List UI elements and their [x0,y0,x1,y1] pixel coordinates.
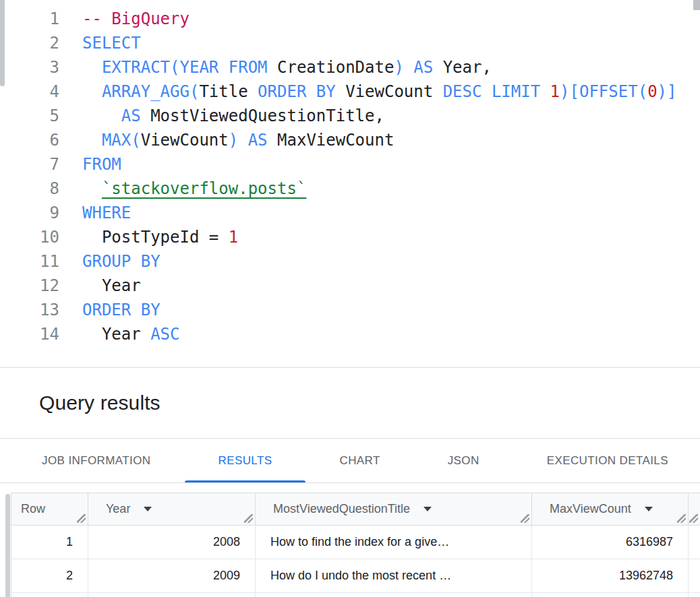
table-row: 22009How do I undo the most recent …1396… [11,559,700,593]
line-number: 1 [0,7,59,31]
code-text: FROM [59,152,121,177]
cell-year: 2009 [88,559,256,592]
code-token: PostTypeId = [82,228,229,247]
code-token: DESC [443,82,482,101]
tab-job-information[interactable]: JOB INFORMATION [8,439,185,482]
code-token: MAX [102,131,131,150]
code-token: GROUP BY [82,252,161,271]
table-body: 12008How to find the index for a give…63… [11,526,700,597]
results-table: RowYearMostViewedQuestionTitleMaxViewCou… [11,493,700,597]
tab-chart[interactable]: CHART [305,439,413,482]
code-token: ( [638,82,647,101]
line-number: 11 [0,249,59,274]
code-text: AS MostViewedQuestionTitle, [59,104,384,128]
code-token: MaxViewCount [268,131,395,150]
column-label: MostViewedQuestionTitle [273,502,410,516]
code-line: 13ORDER BY [0,298,692,322]
column-resize-handle-icon[interactable] [677,514,686,523]
editor-scrollbar-thumb[interactable] [693,0,700,10]
results-vertical-scrollbar[interactable] [5,494,10,597]
code-token [82,82,102,101]
code-token: ) [229,131,238,150]
column-header-year[interactable]: Year [88,493,256,525]
cell-empty [689,559,700,592]
line-number: 9 [0,201,59,225]
code-area[interactable]: 1-- BigQuery2SELECT3 EXTRACT(YEAR FROM C… [0,7,692,346]
code-token [540,82,550,101]
column-resize-handle-icon[interactable] [244,514,253,523]
code-token: ( [189,82,199,101]
tab-json[interactable]: JSON [414,439,513,482]
table-reference-link[interactable]: `stackoverflow.posts` [102,179,306,198]
code-token: ] [667,82,676,101]
code-token: EXTRACT [102,58,170,77]
column-resize-handle-icon[interactable] [77,514,86,523]
sql-editor[interactable]: 1-- BigQuery2SELECT3 EXTRACT(YEAR FROM C… [0,0,700,368]
cell-year [88,593,256,597]
line-number: 7 [0,152,59,177]
code-token: SELECT [82,34,141,53]
code-line: 1-- BigQuery [0,7,692,31]
code-token [82,106,121,125]
code-token: ASC [150,325,179,344]
code-text: ORDER BY [59,298,161,322]
code-token [82,58,102,77]
table-header-row: RowYearMostViewedQuestionTitleMaxViewCou… [11,493,700,526]
code-token: ( [170,58,179,77]
code-token: Year [82,276,141,295]
tab-results[interactable]: RESULTS [185,439,306,482]
line-number: 4 [0,80,59,104]
line-number: 14 [0,322,59,346]
column-menu-arrow-icon[interactable] [645,507,653,511]
code-token: OFFSET [579,82,638,101]
code-line: 6 MAX(ViewCount) AS MaxViewCount [0,128,692,152]
code-token: ORDER BY [82,301,161,319]
code-token: FROM [82,155,121,174]
line-number: 10 [0,225,59,249]
line-number: 12 [0,274,59,298]
code-token [404,58,413,77]
code-text: MAX(ViewCount) AS MaxViewCount [59,128,394,152]
column-menu-arrow-icon[interactable] [424,507,432,511]
code-line: 12 Year [0,274,692,298]
line-number: 2 [0,31,59,55]
code-line: 5 AS MostViewedQuestionTitle, [0,104,692,128]
column-resize-handle-icon[interactable] [521,514,529,523]
code-token: ( [131,131,140,150]
line-number: 8 [0,177,59,201]
results-tabbar: JOB INFORMATIONRESULTSCHARTJSONEXECUTION… [0,439,700,483]
column-resize-handle-icon[interactable] [689,514,698,523]
code-text: Year ASC [59,322,180,346]
cell-row [11,593,88,597]
cell-mostviewedquestiontitle: How to find the index for a give… [256,526,532,559]
code-token [268,58,277,77]
column-menu-arrow-icon[interactable] [144,507,152,511]
code-token [482,82,491,101]
cell-mostviewedquestiontitle [256,593,532,597]
code-token: ViewCount [141,131,229,150]
code-token: AS [248,131,268,150]
code-text: -- BigQuery [59,7,189,31]
code-line: 10 PostTypeId = 1 [0,225,692,249]
column-header-maxviewcount[interactable]: MaxViewCount [532,493,689,525]
code-token: Year, [433,58,492,77]
code-text: GROUP BY [59,249,161,274]
column-header-mostviewedquestiontitle[interactable]: MostViewedQuestionTitle [256,493,532,525]
code-token [218,58,228,77]
code-token: ) [560,82,569,101]
line-number: 5 [0,104,59,128]
code-line: 4 ARRAY_AGG(Title ORDER BY ViewCount DES… [0,80,692,104]
cell-empty [689,526,700,559]
table-row: 12008How to find the index for a give…63… [11,526,700,559]
table-row-partial [11,593,700,597]
cell-year: 2008 [88,526,256,559]
line-number: 3 [0,55,59,80]
column-header-row[interactable]: Row [11,493,88,525]
code-token: 1 [550,82,560,101]
code-line: 8 `stackoverflow.posts` [0,177,692,201]
tab-execution-details[interactable]: EXECUTION DETAILS [513,439,700,482]
line-number: 6 [0,128,59,152]
code-line: 11GROUP BY [0,249,692,274]
code-token: ARRAY_AGG [102,82,189,101]
cell-maxviewcount: 13962748 [532,559,689,592]
